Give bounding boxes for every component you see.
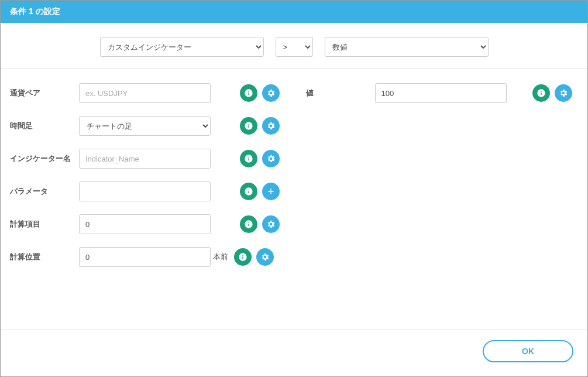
value-label: 値	[306, 88, 370, 98]
value-type-select[interactable]: 数値	[325, 37, 489, 57]
condition-type-select[interactable]: カスタムインジケーター	[100, 37, 264, 57]
top-selectors-row: カスタムインジケーター > 数値	[1, 23, 587, 69]
parameter-row: パラメータ	[10, 181, 283, 201]
calc-item-input[interactable]	[79, 214, 211, 234]
gear-icon[interactable]	[555, 84, 572, 102]
timeframe-row: 時間足 チャートの足	[10, 116, 283, 136]
left-column: 通貨ペア 時間足 チャートの足 インジケーター名	[10, 83, 283, 315]
dialog-footer: OK	[1, 329, 587, 376]
gear-icon[interactable]	[262, 117, 280, 135]
calc-position-row: 計算位置 本前	[10, 247, 283, 267]
currency-pair-input[interactable]	[79, 83, 211, 103]
info-icon[interactable]	[240, 215, 257, 233]
calc-position-input[interactable]	[79, 247, 211, 267]
dialog-body: 通貨ペア 時間足 チャートの足 インジケーター名	[1, 69, 587, 329]
info-icon[interactable]	[240, 117, 257, 135]
timeframe-select[interactable]: チャートの足	[79, 116, 211, 136]
value-input[interactable]	[375, 83, 507, 103]
info-icon[interactable]	[240, 84, 257, 102]
info-icon[interactable]	[240, 150, 257, 167]
condition-settings-dialog: 条件 1 の設定 カスタムインジケーター > 数値 通貨ペア 時間足 チャートの…	[0, 0, 588, 377]
gear-icon[interactable]	[256, 248, 274, 266]
calc-item-label: 計算項目	[10, 219, 74, 229]
indicator-name-input[interactable]	[79, 149, 211, 169]
info-icon[interactable]	[240, 183, 257, 200]
dialog-title: 条件 1 の設定	[1, 1, 587, 23]
right-column: 値	[306, 83, 579, 315]
indicator-name-label: インジケーター名	[10, 153, 74, 164]
gear-icon[interactable]	[262, 150, 280, 167]
currency-pair-row: 通貨ペア	[10, 83, 283, 103]
info-icon[interactable]	[234, 248, 252, 266]
gear-icon[interactable]	[262, 84, 280, 102]
parameter-label: パラメータ	[10, 186, 74, 197]
calc-position-label: 計算位置	[10, 252, 74, 262]
currency-pair-label: 通貨ペア	[10, 88, 74, 98]
calc-item-row: 計算項目	[10, 214, 283, 234]
operator-select[interactable]: >	[276, 37, 313, 57]
value-row: 値	[306, 83, 579, 103]
calc-position-suffix: 本前	[213, 252, 228, 262]
info-icon[interactable]	[532, 84, 550, 102]
timeframe-label: 時間足	[10, 121, 74, 131]
indicator-name-row: インジケーター名	[10, 149, 283, 169]
parameter-input[interactable]	[79, 181, 211, 201]
plus-icon[interactable]	[262, 183, 280, 200]
ok-button[interactable]: OK	[483, 340, 573, 362]
gear-icon[interactable]	[262, 215, 280, 233]
